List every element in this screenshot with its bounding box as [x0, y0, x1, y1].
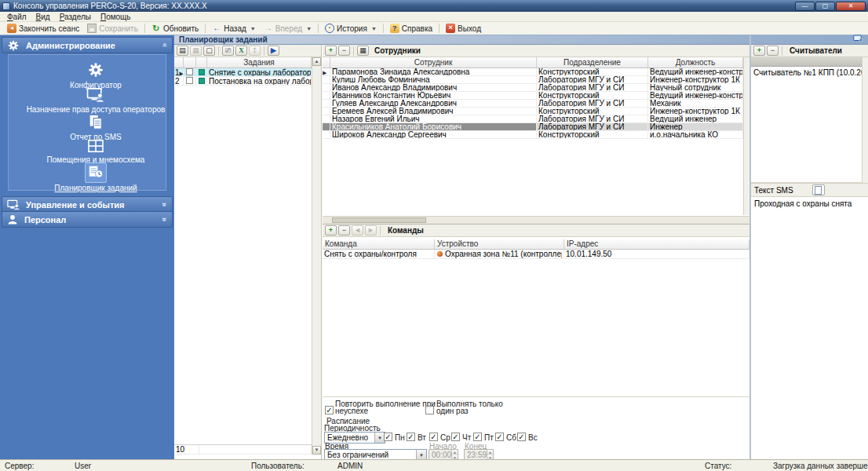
panel-options-icon[interactable] [853, 35, 863, 45]
employee-row-selected[interactable]: Красильников Анатолий Борисович Лаборато… [323, 123, 743, 131]
move-left-icon[interactable]: ◄ [352, 225, 363, 236]
server-value: User [75, 462, 91, 470]
scroll-up-icon[interactable]: ▲ [312, 57, 321, 66]
day-checkbox-mon[interactable] [384, 433, 392, 441]
sms-text-area[interactable]: Проходная с охраны снята [751, 197, 868, 459]
employee-row[interactable]: Иванов Александр Владимирович Лаборатори… [323, 84, 743, 92]
menu-bar: Файл Вид Разделы Помощь [0, 12, 868, 22]
end-session-button[interactable]: Закончить сеанс [3, 23, 83, 34]
exit-icon [446, 24, 455, 33]
task-column-header[interactable]: Задания [207, 57, 312, 68]
window-title: Консоль управления PERCo-S-20, Версия: X… [13, 2, 207, 10]
employee-row[interactable]: Широков Александр Сергеевич Конструкторс… [323, 131, 743, 139]
column-header-command[interactable]: Команда [323, 239, 435, 249]
sidebar-item-configurator[interactable]: Конфигуратор [17, 61, 174, 89]
history-icon [325, 24, 334, 33]
employees-horizontal-scrollbar[interactable] [323, 216, 749, 224]
sidebar-section-management-events[interactable]: Управление и события » [2, 196, 173, 213]
help-icon [390, 24, 399, 33]
day-label-fri: Пт [484, 433, 494, 442]
help-button[interactable]: Справка [386, 23, 436, 34]
add-task-icon[interactable]: ▤ [177, 46, 188, 56]
task-row[interactable]: 2 Постановка на охрану лаборатория [174, 77, 312, 86]
sms-label: Текст SMS [754, 186, 793, 195]
menu-help[interactable]: Помощь [96, 13, 136, 21]
print-icon[interactable]: ⎚ [222, 46, 234, 56]
column-header-device[interactable]: Устройство [435, 239, 564, 249]
sidebar-item-task-scheduler[interactable]: Планировщик заданий [17, 162, 174, 192]
column-header-employee[interactable]: Сотрудник [330, 57, 537, 68]
day-checkbox-fri[interactable] [473, 433, 482, 441]
save-button[interactable]: Сохранить [83, 23, 142, 34]
employee-row[interactable]: Назаров Евгений Ильич Лаборатория МГУ и … [323, 115, 743, 123]
menu-view[interactable]: Вид [31, 13, 55, 21]
add-icon[interactable]: + [325, 46, 337, 56]
person-icon [7, 214, 18, 225]
day-checkbox-wed[interactable] [429, 433, 438, 441]
navigation-sidebar: Администрирование » Конфигуратор [0, 35, 174, 459]
readers-vertical-scrollbar[interactable] [862, 57, 868, 183]
status-value: Загрузка данных завершена [773, 462, 868, 470]
repeat-on-failure-checkbox[interactable] [325, 406, 334, 414]
column-header-department[interactable]: Подразделение [537, 57, 648, 68]
task-vertical-scrollbar[interactable]: ▲ ▼ [312, 57, 321, 455]
sidebar-item-operator-rights[interactable]: Назначение прав доступа операторов [17, 87, 174, 114]
back-icon [212, 24, 221, 33]
remove-icon[interactable]: − [767, 46, 779, 56]
command-row[interactable]: Снять с охраны/контроля Охранная зона №1… [323, 250, 749, 259]
employee-row[interactable]: Еремеев Алексей Владимирович Конструктор… [323, 108, 743, 115]
commands-title: Команды [388, 226, 424, 235]
exit-button[interactable]: Выход [442, 23, 485, 34]
back-button[interactable]: Назад▼ [208, 23, 260, 34]
scroll-down-icon[interactable]: ▼ [312, 446, 321, 455]
view-task-icon[interactable]: ▢ [203, 46, 215, 56]
edit-task-icon[interactable]: ▦ [190, 46, 202, 56]
sidebar-item-sms-report[interactable]: Отчет по SMS [17, 115, 174, 141]
remove-icon[interactable]: − [338, 225, 350, 236]
task-icon [199, 69, 205, 75]
task-checkbox[interactable] [186, 77, 193, 84]
employee-row[interactable]: ▶ Парамонова Зинаида Александровна Конст… [323, 68, 743, 76]
scrollbar-thumb[interactable] [332, 217, 426, 223]
maximize-button[interactable]: ▢ [815, 2, 835, 11]
column-header-position[interactable]: Должность [648, 57, 743, 68]
column-header-ip[interactable]: IP-адрес [564, 239, 749, 249]
excel-export-icon[interactable]: X [235, 46, 247, 56]
task-row-selected[interactable]: 1▶ Снятие с охраны лаборатория [174, 68, 312, 77]
grid-layout-icon [87, 139, 104, 153]
employees-vertical-scrollbar[interactable] [743, 57, 749, 215]
add-icon[interactable]: + [325, 225, 337, 236]
day-checkbox-tue[interactable] [407, 433, 415, 441]
export-icon[interactable]: ↥ [249, 46, 261, 56]
remove-icon[interactable]: − [338, 46, 350, 56]
employee-row[interactable]: Гуляев Александр Александрович Лаборатор… [323, 100, 743, 108]
history-button[interactable]: История▼ [321, 23, 381, 34]
sidebar-section-personnel[interactable]: Персонал » [2, 211, 173, 228]
new-sms-icon[interactable] [812, 184, 825, 195]
close-button[interactable]: ✕ [836, 2, 866, 11]
day-label-mon: Пн [395, 433, 405, 442]
run-task-icon[interactable]: ▶ [268, 46, 279, 56]
end-session-icon [7, 24, 16, 33]
menu-file[interactable]: Файл [2, 13, 31, 21]
forward-button[interactable]: Вперед▼ [260, 23, 315, 34]
reader-list-item[interactable]: Считыватель №1 КПП (10.0.209.20) [751, 67, 862, 78]
sidebar-section-administration[interactable]: Администрирование » [2, 37, 173, 53]
move-right-icon[interactable]: ► [365, 225, 377, 236]
select-columns-icon[interactable]: ▦ [357, 46, 369, 56]
toolbar-separator [353, 46, 354, 56]
employee-row[interactable]: Иванников Константин Юрьевич Конструктор… [323, 92, 743, 100]
sidebar-item-premises-mnemonic[interactable]: Помещения и мнемосхема [17, 139, 174, 164]
refresh-button[interactable]: Обновить [148, 23, 202, 34]
day-checkbox-sat[interactable] [495, 433, 504, 441]
run-once-checkbox[interactable] [425, 406, 434, 414]
task-checkbox[interactable] [186, 68, 193, 75]
add-icon[interactable]: + [753, 46, 765, 56]
menu-sections[interactable]: Разделы [55, 13, 96, 21]
day-checkbox-sun[interactable] [517, 433, 526, 441]
day-checkbox-thu[interactable] [451, 433, 460, 441]
day-label-thu: Чт [462, 433, 471, 442]
employee-row[interactable]: Кулиш Любовь Фоминична Лаборатория МГУ и… [323, 76, 743, 84]
minimize-button[interactable]: — [795, 2, 815, 11]
documents-icon [87, 115, 104, 130]
